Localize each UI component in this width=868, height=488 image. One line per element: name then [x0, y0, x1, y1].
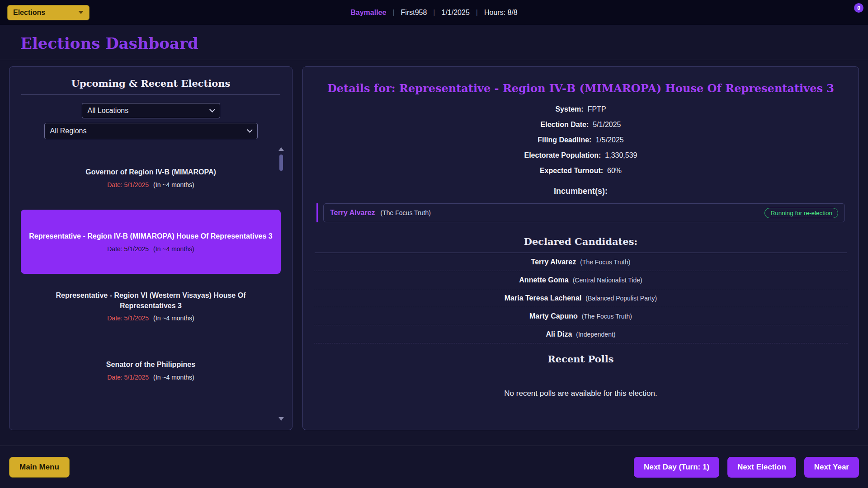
- candidate-name: Annette Goma: [519, 276, 568, 284]
- incumbent-party: (The Focus Truth): [381, 209, 431, 216]
- next-day-button[interactable]: Next Day (Turn: 1): [634, 457, 719, 478]
- election-date: Date: 5/1/2025: [107, 245, 149, 253]
- location-select[interactable]: All Locations: [82, 103, 220, 118]
- scroll-up-icon[interactable]: [278, 147, 284, 151]
- field-label: Expected Turnout:: [540, 167, 603, 175]
- election-title: Governor of Region IV-B (MIMAROPA): [85, 167, 216, 177]
- candidate-row[interactable]: Marty Capuno (The Focus Truth): [314, 307, 848, 325]
- election-list-item-selected[interactable]: Representative - Region IV-B (MIMAROPA) …: [21, 210, 281, 274]
- hours-remaining: Hours: 8/8: [484, 9, 518, 17]
- candidate-party: (The Focus Truth): [582, 313, 632, 320]
- scrollbar[interactable]: [278, 145, 285, 422]
- save-name: First958: [401, 9, 427, 17]
- candidate-party: (Balanced Populist Party): [585, 295, 657, 302]
- election-list: Governor of Region IV-B (MIMAROPA) Date:…: [17, 145, 285, 422]
- turn-controls: Next Day (Turn: 1) Next Election Next Ye…: [634, 457, 859, 478]
- recent-polls-header: Recent Polls: [314, 353, 848, 365]
- election-title: Representative - Region VI (Western Visa…: [34, 290, 267, 311]
- election-relative-date: (In ~4 months): [153, 181, 194, 188]
- candidate-name: Terry Alvarez: [531, 258, 576, 266]
- candidate-party: (The Focus Truth): [580, 258, 630, 266]
- field-label: Electorate Population:: [524, 151, 601, 160]
- incumbent-name-link[interactable]: Terry Alvarez: [330, 209, 375, 217]
- main-content: Upcoming & Recent Elections All Location…: [0, 60, 868, 430]
- election-relative-date: (In ~4 months): [153, 245, 194, 253]
- incumbents-header: Incumbent(s):: [314, 187, 848, 196]
- detail-field-election-date: Election Date: 5/1/2025: [314, 121, 848, 129]
- next-year-button[interactable]: Next Year: [804, 457, 859, 478]
- bottom-bar: Main Menu Next Day (Turn: 1) Next Electi…: [0, 446, 868, 478]
- candidate-name: Maria Teresa Lachenal: [505, 294, 581, 302]
- reelection-status-badge: Running for re-election: [764, 208, 838, 218]
- candidate-row[interactable]: Ali Diza (Independent): [314, 325, 848, 343]
- election-date: Date: 5/1/2025: [107, 181, 149, 188]
- candidate-row[interactable]: Maria Teresa Lachenal (Balanced Populist…: [314, 289, 848, 307]
- election-list-item[interactable]: Representative - Region VI (Western Visa…: [21, 274, 281, 338]
- field-value: 5/1/2025: [593, 121, 621, 129]
- scrollbar-thumb[interactable]: [279, 155, 283, 171]
- city-name[interactable]: Baymallee: [350, 9, 386, 17]
- main-menu-button[interactable]: Main Menu: [9, 457, 70, 478]
- detail-field-system: System: FPTP: [314, 105, 848, 113]
- field-label: Election Date:: [541, 121, 589, 129]
- incumbent-card: Terry Alvarez (The Focus Truth) Running …: [323, 203, 845, 222]
- candidate-name: Ali Diza: [546, 330, 572, 338]
- election-relative-date: (In ~4 months): [153, 374, 194, 381]
- elections-list-panel: Upcoming & Recent Elections All Location…: [9, 66, 292, 430]
- divider: |: [433, 9, 435, 17]
- election-date: Date: 5/1/2025: [107, 314, 149, 322]
- no-polls-message: No recent polls are available for this e…: [314, 389, 848, 398]
- location-select-value: All Locations: [88, 107, 129, 115]
- notification-badge: 0: [854, 3, 863, 13]
- region-select[interactable]: All Regions: [44, 123, 258, 139]
- page-header: Elections Dashboard: [0, 25, 868, 60]
- candidate-row[interactable]: Annette Goma (Central Nationalist Tide): [314, 271, 848, 289]
- incumbent-section: Terry Alvarez (The Focus Truth) Running …: [316, 203, 845, 222]
- field-value: 1/5/2025: [595, 136, 623, 144]
- divider: |: [392, 9, 394, 17]
- chevron-down-icon: [209, 107, 215, 113]
- election-details-panel: Details for: Representative - Region IV-…: [302, 66, 859, 430]
- election-dates: Date: 5/1/2025 (In ~4 months): [107, 245, 194, 253]
- detail-field-electorate-population: Electorate Population: 1,330,539: [314, 151, 848, 160]
- field-label: System:: [555, 105, 583, 113]
- election-relative-date: (In ~4 months): [153, 314, 194, 322]
- chevron-down-icon: [247, 127, 253, 133]
- scroll-down-icon[interactable]: [278, 417, 284, 421]
- election-dates: Date: 5/1/2025 (In ~4 months): [107, 181, 194, 188]
- election-date: Date: 5/1/2025: [107, 374, 149, 381]
- detail-field-filing-deadline: Filing Deadline: 1/5/2025: [314, 136, 848, 144]
- candidate-party: (Independent): [576, 331, 615, 338]
- chevron-down-icon: [78, 11, 84, 14]
- details-title: Details for: Representative - Region IV-…: [314, 81, 848, 95]
- next-election-button[interactable]: Next Election: [727, 457, 796, 478]
- current-date: 1/1/2025: [442, 9, 470, 17]
- app-root: Elections Baymallee | First958 | 1/1/202…: [0, 0, 868, 478]
- election-title: Representative - Region IV-B (MIMAROPA) …: [29, 231, 272, 241]
- status-strip: Baymallee | First958 | 1/1/2025 | Hours:…: [350, 9, 518, 17]
- divider: [21, 94, 280, 95]
- election-list-item[interactable]: Governor of Region IV-B (MIMAROPA) Date:…: [21, 145, 281, 210]
- election-list-item[interactable]: Councilor of Baymallee: [21, 402, 281, 422]
- election-title: Senator of the Philippines: [106, 359, 195, 370]
- region-select-value: All Regions: [50, 127, 87, 135]
- field-value: 60%: [607, 167, 622, 175]
- divider: |: [476, 9, 478, 17]
- elections-dropdown-label: Elections: [13, 9, 45, 17]
- candidate-name: Marty Capuno: [529, 312, 578, 320]
- detail-field-expected-turnout: Expected Turnout: 60%: [314, 167, 848, 175]
- candidate-row[interactable]: Terry Alvarez (The Focus Truth): [314, 253, 848, 271]
- elections-dropdown[interactable]: Elections: [7, 5, 90, 20]
- field-label: Filing Deadline:: [538, 136, 591, 144]
- election-list-item[interactable]: Senator of the Philippines Date: 5/1/202…: [21, 338, 281, 402]
- election-dates: Date: 5/1/2025 (In ~4 months): [107, 314, 194, 322]
- top-bar: Elections Baymallee | First958 | 1/1/202…: [0, 0, 868, 25]
- page-title: Elections Dashboard: [20, 34, 848, 52]
- election-dates: Date: 5/1/2025 (In ~4 months): [107, 374, 194, 381]
- candidate-party: (Central Nationalist Tide): [573, 277, 642, 284]
- elections-list-title: Upcoming & Recent Elections: [17, 78, 285, 89]
- field-value: FPTP: [588, 105, 606, 113]
- field-value: 1,330,539: [605, 151, 637, 160]
- candidates-header: Declared Candidates:: [314, 236, 848, 247]
